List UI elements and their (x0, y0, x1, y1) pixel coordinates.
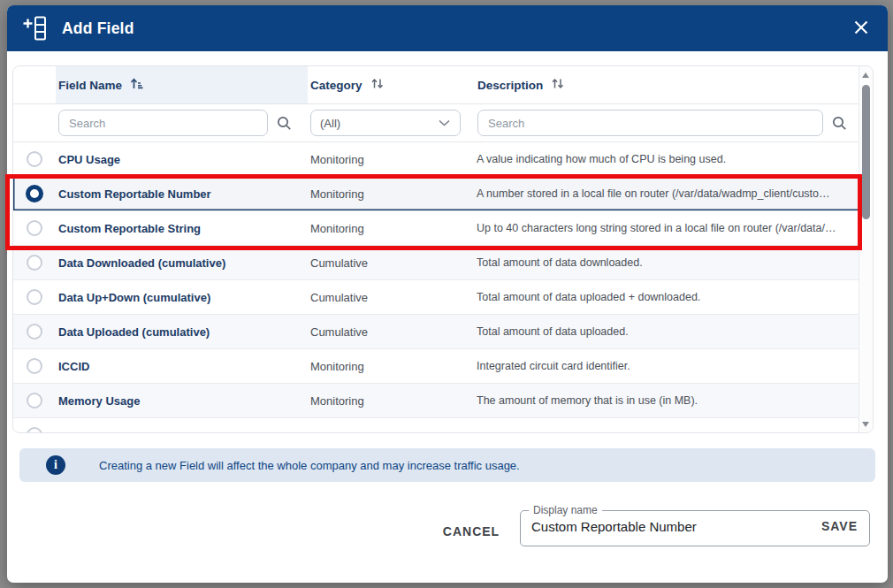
row-radio[interactable] (27, 427, 42, 433)
table-row-partial (13, 418, 873, 433)
description-cell: Up to 40 characters long string stored i… (475, 222, 859, 234)
description-header-label: Description (477, 79, 543, 92)
description-cell: A value indicating how much of CPU is be… (475, 153, 859, 165)
info-banner: i Creating a new Field will affect the w… (19, 448, 875, 482)
sort-ascending-icon (130, 77, 144, 93)
table-row[interactable]: Data Downloaded (cumulative) Cumulative … (13, 246, 873, 280)
description-cell: Integrated circuit card identifier. (475, 360, 859, 372)
category-cell: Cumulative (308, 325, 475, 339)
table-filter-row: (All) (13, 104, 873, 142)
search-icon[interactable] (276, 115, 293, 132)
description-cell: A number stored in a local file on route… (475, 187, 859, 200)
table-scrollbar[interactable] (859, 66, 873, 432)
category-cell: Monitoring (308, 394, 475, 408)
category-filter-select[interactable]: (All) (310, 110, 461, 136)
field-name-cell: Data Up+Down (cumulative) (56, 291, 308, 304)
category-cell: Monitoring (308, 153, 475, 166)
sort-updown-icon (370, 77, 385, 93)
field-name-cell: Data Uploaded (cumulative) (56, 325, 308, 339)
cancel-button[interactable]: CANCEL (423, 518, 520, 545)
close-icon (852, 19, 870, 39)
row-radio[interactable] (27, 255, 42, 271)
chevron-down-icon (438, 118, 451, 127)
row-radio[interactable] (27, 220, 42, 236)
scroll-down-icon[interactable] (862, 422, 869, 427)
category-header-label: Category (310, 79, 363, 92)
table-row[interactable]: Custom Reportable String Monitoring Up t… (13, 211, 873, 246)
dimmed-backdrop: { "dialog": { "title": "Add Field" }, "t… (0, 0, 893, 588)
table-header-row: Field Name Category (13, 66, 873, 104)
field-name-cell: CPU Usage (56, 153, 308, 166)
row-radio[interactable] (27, 151, 42, 167)
display-name-input[interactable] (521, 519, 810, 534)
row-radio[interactable] (27, 289, 42, 305)
row-radio[interactable] (26, 185, 43, 202)
row-radio[interactable] (27, 324, 42, 340)
column-header-category[interactable]: Category (308, 66, 475, 103)
add-field-icon (21, 14, 50, 42)
field-name-cell: Data Downloaded (cumulative) (56, 256, 308, 270)
table-row[interactable]: ICCID Monitoring Integrated circuit card… (13, 349, 873, 384)
save-button[interactable]: SAVE (810, 519, 869, 533)
category-cell: Cumulative (308, 256, 475, 270)
field-name-search-input[interactable] (58, 110, 268, 136)
table-row[interactable]: Data Uploaded (cumulative) Cumulative To… (13, 315, 873, 349)
table-row[interactable]: Data Up+Down (cumulative) Cumulative Tot… (13, 280, 873, 315)
sort-updown-icon (551, 77, 565, 93)
field-name-cell: Custom Reportable Number (56, 187, 308, 201)
description-cell: Total amount of data uploaded + download… (475, 291, 859, 303)
category-cell: Monitoring (308, 222, 475, 235)
row-radio[interactable] (27, 393, 42, 409)
category-cell: Cumulative (308, 291, 475, 304)
search-icon[interactable] (831, 115, 848, 132)
info-icon: i (46, 455, 65, 475)
display-name-field: Display name SAVE (520, 504, 870, 546)
description-search-input[interactable] (477, 110, 823, 136)
description-cell: The amount of memory that is in use (in … (475, 394, 859, 407)
radio-column-header (13, 66, 56, 103)
category-cell: Monitoring (308, 360, 475, 373)
table-body: CPU Usage Monitoring A value indicating … (13, 142, 873, 418)
category-cell: Monitoring (308, 187, 475, 201)
table-row[interactable]: CPU Usage Monitoring A value indicating … (13, 142, 873, 177)
add-field-dialog: Add Field Field Name (7, 5, 888, 583)
scroll-up-icon[interactable] (862, 73, 869, 78)
field-name-cell: Custom Reportable String (56, 222, 308, 235)
table-row[interactable]: Custom Reportable Number Monitoring A nu… (13, 177, 873, 211)
description-cell: Total amount of data uploaded. (475, 325, 859, 338)
scrollbar-thumb[interactable] (862, 85, 870, 219)
category-filter-value: (All) (320, 117, 340, 130)
description-cell: Total amount of data downloaded. (475, 256, 859, 269)
column-header-description[interactable]: Description (475, 66, 859, 103)
field-name-header-label: Field Name (58, 79, 122, 92)
dialog-header: Add Field (7, 5, 888, 51)
fields-table: Field Name Category (12, 65, 874, 433)
display-name-label: Display name (529, 504, 602, 516)
info-banner-text: Creating a new Field will affect the who… (99, 459, 520, 472)
table-row[interactable]: Memory Usage Monitoring The amount of me… (13, 384, 873, 418)
close-button[interactable] (847, 13, 875, 44)
column-header-field-name[interactable]: Field Name (56, 66, 308, 103)
field-name-cell: ICCID (56, 360, 308, 373)
dialog-title: Add Field (62, 19, 134, 38)
row-radio[interactable] (27, 358, 42, 374)
field-name-cell: Memory Usage (56, 394, 308, 408)
